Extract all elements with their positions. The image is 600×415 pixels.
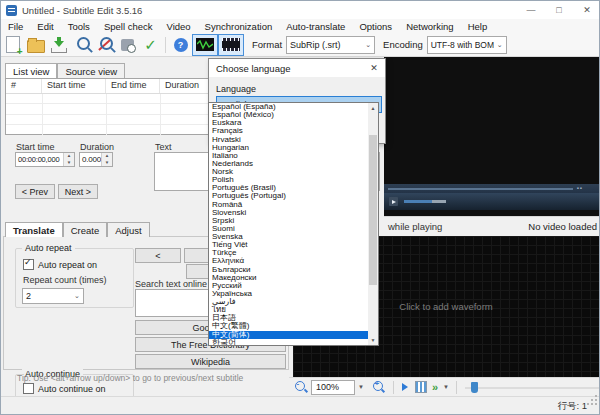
language-option[interactable]: Українська — [209, 290, 368, 298]
waveform-placeholder[interactable]: Click to add waveform — [399, 301, 492, 312]
slider-track[interactable] — [465, 387, 600, 389]
language-option[interactable]: Suomi — [209, 225, 368, 233]
menu-synchronization[interactable]: Synchronization — [198, 21, 280, 32]
close-button[interactable]: ✕ — [573, 1, 600, 19]
language-option[interactable]: Português (Brasil) — [209, 184, 368, 192]
tab-adjust[interactable]: Adjust — [107, 222, 149, 237]
language-option[interactable]: فارسي — [209, 298, 368, 306]
toggle-video-button[interactable] — [218, 34, 244, 56]
scroll-up-icon[interactable]: ▲ — [368, 103, 378, 113]
spell-check-button[interactable]: ✓ — [139, 34, 162, 56]
language-option[interactable]: Português (Portugal) — [209, 192, 368, 200]
menu-video[interactable]: Video — [159, 21, 197, 32]
stepper-arrows[interactable]: ▲▼ — [101, 153, 112, 166]
video-position-icon[interactable] — [415, 381, 427, 393]
waveform-play-icon[interactable] — [402, 383, 408, 391]
resize-grip-icon[interactable] — [595, 403, 597, 405]
seek-handle-icon[interactable]: ▪▪ — [577, 185, 583, 191]
menu-options[interactable]: Options — [352, 21, 399, 32]
menu-auto-translate[interactable]: Auto-translate — [279, 21, 352, 32]
language-option[interactable]: Hungarian — [209, 144, 368, 152]
language-option[interactable]: 한국어 — [209, 339, 368, 345]
waveform-position-slider[interactable] — [465, 381, 600, 394]
menu-edit[interactable]: Edit — [30, 21, 60, 32]
help-button[interactable]: ? — [169, 34, 192, 56]
tab-source-view[interactable]: Source view — [57, 63, 125, 78]
menu-help[interactable]: Help — [461, 21, 495, 32]
arrow-down-icon[interactable]: ▼ — [102, 160, 112, 167]
auto-repeat-checkbox[interactable] — [23, 259, 34, 270]
scroll-down-icon[interactable]: ▼ — [368, 335, 378, 345]
language-option[interactable]: Svenska — [209, 233, 368, 241]
maximize-button[interactable]: □ — [545, 1, 573, 19]
language-option[interactable]: Euskara — [209, 119, 368, 127]
language-option[interactable]: Tiếng Việt — [209, 241, 368, 249]
tab-create[interactable]: Create — [63, 222, 108, 237]
stepper-arrows[interactable]: ▲▼ — [63, 153, 74, 166]
arrow-down-icon[interactable]: ▼ — [64, 160, 74, 167]
duration-stepper[interactable]: 0.000 ▲▼ — [79, 152, 113, 167]
language-option[interactable]: Español (España) — [209, 103, 368, 111]
language-option[interactable]: Français — [209, 127, 368, 135]
chevron-down-icon[interactable]: ▼ — [443, 384, 449, 390]
menu-spell-check[interactable]: Spell check — [97, 21, 160, 32]
language-option[interactable]: Nederlands — [209, 160, 368, 168]
waveform-zoom-select[interactable]: 100% — [311, 380, 355, 395]
video-play-icon[interactable] — [389, 197, 398, 206]
minimize-button[interactable]: — — [517, 1, 545, 19]
video-seek-bar[interactable]: ▪▪ — [384, 184, 600, 193]
language-option[interactable]: Español (México) — [209, 111, 368, 119]
language-option[interactable]: Italiano — [209, 152, 368, 160]
toggle-waveform-button[interactable] — [192, 34, 218, 56]
language-option[interactable]: Polish — [209, 176, 368, 184]
language-option[interactable]: Български — [209, 266, 368, 274]
encoding-select[interactable]: UTF-8 with BOM ⌄ — [427, 36, 507, 54]
repeat-count-select[interactable]: 2 ⌄ — [22, 288, 84, 304]
auto-continue-checkbox[interactable] — [23, 383, 34, 394]
column-duration[interactable]: Duration — [160, 79, 214, 93]
auto-continue-checkbox-row[interactable]: Auto continue on — [23, 383, 133, 394]
tab-list-view[interactable]: List view — [5, 63, 57, 78]
menu-file[interactable]: File — [1, 21, 30, 32]
open-button[interactable] — [24, 34, 47, 56]
visual-sync-button[interactable] — [116, 34, 139, 56]
seek-track[interactable] — [388, 188, 573, 190]
tab-translate[interactable]: Translate — [5, 222, 63, 237]
next-button[interactable]: Next > — [58, 184, 98, 199]
language-option[interactable]: 中文(繁體) — [209, 322, 368, 330]
menu-tools[interactable]: Tools — [61, 21, 97, 32]
prev-button[interactable]: < Prev — [15, 184, 55, 199]
menu-networking[interactable]: Networking — [399, 21, 461, 32]
save-button[interactable] — [47, 34, 70, 56]
new-button[interactable] — [1, 34, 24, 56]
language-option[interactable]: Türkçe — [209, 249, 368, 257]
volume-slider[interactable] — [404, 200, 446, 204]
column-number[interactable]: # — [6, 79, 42, 93]
chevron-down-icon[interactable]: ▼ — [358, 384, 364, 390]
language-option[interactable]: Slovenski — [209, 209, 368, 217]
language-option[interactable]: Srpski — [209, 217, 368, 225]
language-option[interactable]: Hrvatski — [209, 136, 368, 144]
column-start-time[interactable]: Start time — [42, 79, 106, 93]
dialog-close-button[interactable]: ✕ — [363, 63, 385, 73]
replace-button[interactable] — [93, 34, 116, 56]
zoom-out-icon[interactable]: - — [295, 381, 305, 391]
language-option[interactable]: Română — [209, 201, 368, 209]
language-option[interactable]: 日本語 — [209, 314, 368, 322]
play-back-button[interactable]: < — [135, 248, 181, 263]
find-button[interactable] — [70, 34, 93, 56]
language-option[interactable]: Ελληνικά — [209, 257, 368, 265]
scrollbar-thumb[interactable] — [369, 135, 377, 285]
column-end-time[interactable]: End time — [106, 79, 160, 93]
fast-forward-icon[interactable]: » — [432, 382, 438, 393]
zoom-in-icon[interactable]: + — [373, 381, 383, 391]
auto-repeat-checkbox-row[interactable]: Auto repeat on — [23, 259, 133, 270]
language-option-selected[interactable]: 中文(简体) — [209, 331, 368, 339]
slider-thumb[interactable] — [471, 382, 478, 393]
language-option[interactable]: Македонски — [209, 274, 368, 282]
video-player[interactable]: ▪▪ — [384, 57, 600, 216]
start-time-stepper[interactable]: 00:00:00,000 ▲▼ — [15, 152, 75, 167]
language-option[interactable]: ไทย — [209, 306, 368, 314]
dropdown-scrollbar[interactable]: ▲ ▼ — [368, 103, 378, 345]
language-option[interactable]: Русский — [209, 282, 368, 290]
